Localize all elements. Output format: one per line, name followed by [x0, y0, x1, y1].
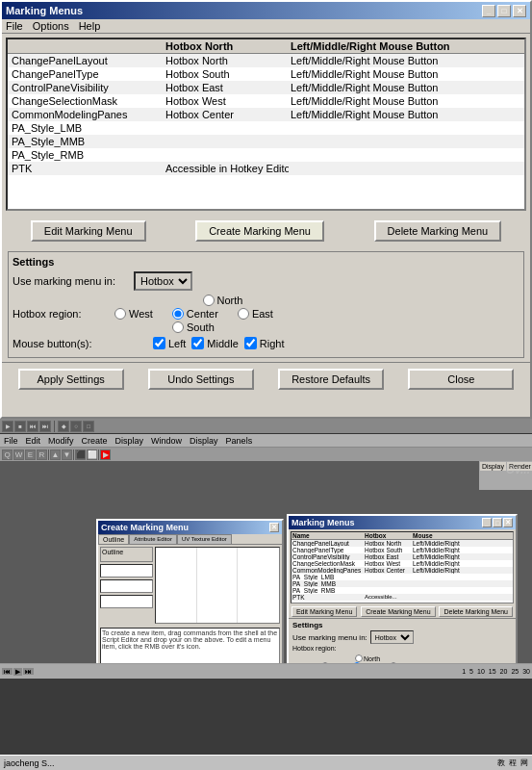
- maya-tool-icon[interactable]: ▲: [50, 449, 61, 460]
- second-table-row[interactable]: ControlPaneVisibility Hotbox East Left/M…: [291, 553, 513, 560]
- menu-file[interactable]: File: [6, 20, 23, 32]
- maya-menu-display[interactable]: Display: [115, 436, 144, 446]
- table-row[interactable]: PTK Accessible in Hotkey Editor: [8, 162, 524, 175]
- maya-menu-window[interactable]: Window: [151, 436, 182, 446]
- ss-radio-center[interactable]: Center: [353, 662, 382, 663]
- maya-menu-create[interactable]: Create: [82, 436, 108, 446]
- radio-west[interactable]: West: [114, 308, 153, 320]
- table-row[interactable]: ChangePanelLayout Hotbox North Left/Midd…: [8, 54, 524, 67]
- tab-attribute-editor[interactable]: Attribute Editor: [129, 534, 177, 544]
- timeline-icon[interactable]: ⏮: [2, 668, 13, 675]
- row-hotbox: Hotbox South: [164, 68, 289, 80]
- second-table-row[interactable]: ChangeSelectionMask Hotbox West Left/Mid…: [291, 560, 513, 567]
- maya-menu-modify[interactable]: Modify: [48, 436, 74, 446]
- table-row[interactable]: ChangePanelType Hotbox South Left/Middle…: [8, 67, 524, 81]
- second-delete-btn[interactable]: Delete Marking Menu: [439, 606, 513, 617]
- maya-tool-icon[interactable]: W: [13, 449, 24, 460]
- timeline-play[interactable]: ▶: [13, 668, 22, 676]
- checkbox-left[interactable]: Left: [153, 337, 186, 349]
- table-row[interactable]: ControlPaneVisibility Hotbox East Left/M…: [8, 81, 524, 94]
- checkbox-right[interactable]: Right: [244, 337, 285, 349]
- title-bar: Marking Menus _ □ ✕: [2, 2, 530, 19]
- close-button[interactable]: ✕: [513, 5, 526, 17]
- checkbox-left-input[interactable]: [153, 337, 165, 349]
- maya-tool-icon[interactable]: ▶: [100, 449, 111, 460]
- second-table-row[interactable]: PA_Style_RMB: [291, 587, 513, 594]
- second-table-row[interactable]: CommonModelingPanes Hotbox Center Left/M…: [291, 567, 513, 574]
- toolbar-icon[interactable]: ⏮: [27, 421, 38, 432]
- table-row[interactable]: PA_Style_MMB: [8, 135, 524, 148]
- toolbar-icon[interactable]: ○: [70, 421, 82, 432]
- minimize-button[interactable]: _: [482, 5, 495, 17]
- second-table-row[interactable]: ChangePanelType Hotbox South Left/Middle…: [291, 547, 513, 553]
- inner-close-btn[interactable]: ✕: [269, 523, 279, 532]
- second-edit-btn[interactable]: Edit Marking Menu: [291, 606, 357, 617]
- timeline-end[interactable]: ⏭: [23, 668, 34, 675]
- maya-tool-icon[interactable]: R: [37, 449, 47, 460]
- edit-marking-menu-button[interactable]: Edit Marking Menu: [31, 220, 146, 242]
- logo: Ov...: [506, 463, 530, 476]
- maya-tool-icon[interactable]: Q: [2, 449, 13, 460]
- tab-uv-texture[interactable]: UV Texture Editor: [177, 534, 232, 544]
- radio-east-input[interactable]: [238, 308, 249, 320]
- tab-outline[interactable]: Outline: [98, 534, 129, 544]
- radio-south-input[interactable]: [172, 321, 184, 333]
- maya-menu-display2[interactable]: Display: [190, 436, 218, 446]
- create-marking-menu-button[interactable]: Create Marking Menu: [195, 220, 324, 242]
- menu-help[interactable]: Help: [79, 20, 101, 32]
- maya-tool-icon[interactable]: ⬛: [75, 449, 86, 460]
- apply-settings-button[interactable]: Apply Settings: [18, 369, 124, 390]
- close-button-action[interactable]: Close: [408, 369, 514, 390]
- radio-east[interactable]: East: [238, 308, 273, 320]
- second-table-row[interactable]: PA_Style_MMB: [291, 580, 513, 587]
- second-table-row[interactable]: PTK Accessible...: [291, 594, 513, 601]
- second-table-area[interactable]: Name Hotbox Mouse ChangePanelLayout Hotb…: [291, 531, 514, 603]
- second-close-btn[interactable]: ✕: [503, 518, 513, 527]
- radio-south[interactable]: South: [172, 321, 215, 333]
- use-menu-select[interactable]: Hotbox: [134, 271, 192, 291]
- maya-tool-icon[interactable]: E: [25, 449, 36, 460]
- table-row[interactable]: ChangeSelectionMask Hotbox West Left/Mid…: [8, 94, 524, 108]
- checkbox-middle[interactable]: Middle: [191, 337, 238, 349]
- table-row[interactable]: PA_Style_LMB: [8, 121, 524, 135]
- radio-west-input[interactable]: [114, 308, 126, 320]
- toolbar-icon[interactable]: ◆: [58, 421, 69, 432]
- row-name: ControlPaneVisibility: [10, 82, 164, 93]
- second-table-row[interactable]: ChangePanelLayout Hotbox North Left/Midd…: [291, 540, 513, 547]
- radio-center-input[interactable]: [172, 308, 184, 320]
- maya-menu-edit[interactable]: Edit: [26, 436, 41, 446]
- ss-radio-east[interactable]: East: [390, 662, 412, 663]
- toolbar-icon[interactable]: □: [83, 421, 94, 432]
- radio-north-input[interactable]: [203, 295, 215, 306]
- marking-menus-table[interactable]: Hotbox North Left/Middle/Right Mouse But…: [6, 38, 526, 211]
- maya-tool-icon[interactable]: ▼: [62, 449, 72, 460]
- ss-north-label: North: [364, 655, 380, 662]
- radio-center[interactable]: Center: [172, 308, 218, 320]
- maximize-button[interactable]: □: [497, 5, 511, 17]
- maya-menu-file[interactable]: File: [4, 436, 18, 446]
- mouse-buttons-row: Mouse button(s): Left Middle Right: [13, 337, 519, 349]
- table-row[interactable]: PA_Style_RMB: [8, 148, 524, 162]
- restore-defaults-button[interactable]: Restore Defaults: [278, 369, 384, 390]
- ss-use-select[interactable]: Hotbox: [370, 630, 414, 644]
- table-row[interactable]: CommonModelingPanes Hotbox Center Left/M…: [8, 108, 524, 121]
- second-table-row[interactable]: PA_Style_LMB: [291, 574, 513, 580]
- checkbox-middle-input[interactable]: [191, 337, 204, 349]
- second-create-btn[interactable]: Create Marking Menu: [361, 606, 435, 617]
- ss-radio-west[interactable]: West: [321, 662, 345, 663]
- menu-options[interactable]: Options: [33, 20, 69, 32]
- maya-tool-icon[interactable]: ⬜: [87, 449, 97, 460]
- toolbar-icon[interactable]: ■: [14, 421, 26, 432]
- ss-use-menu-row: Use marking menu in: Hotbox: [292, 630, 512, 644]
- ss-radio-north[interactable]: North: [355, 654, 412, 662]
- maya-menu-panels[interactable]: Panels: [226, 436, 253, 446]
- delete-marking-menu-button[interactable]: Delete Marking Menu: [374, 220, 502, 242]
- radio-north[interactable]: North: [203, 295, 243, 306]
- tab-display[interactable]: Display: [480, 462, 506, 471]
- second-max-btn[interactable]: □: [493, 518, 502, 527]
- undo-settings-button[interactable]: Undo Settings: [148, 369, 254, 390]
- toolbar-icon[interactable]: ▶: [2, 421, 13, 432]
- checkbox-right-input[interactable]: [244, 337, 257, 349]
- toolbar-icon[interactable]: ⏭: [39, 421, 51, 432]
- second-min-btn[interactable]: _: [482, 518, 492, 527]
